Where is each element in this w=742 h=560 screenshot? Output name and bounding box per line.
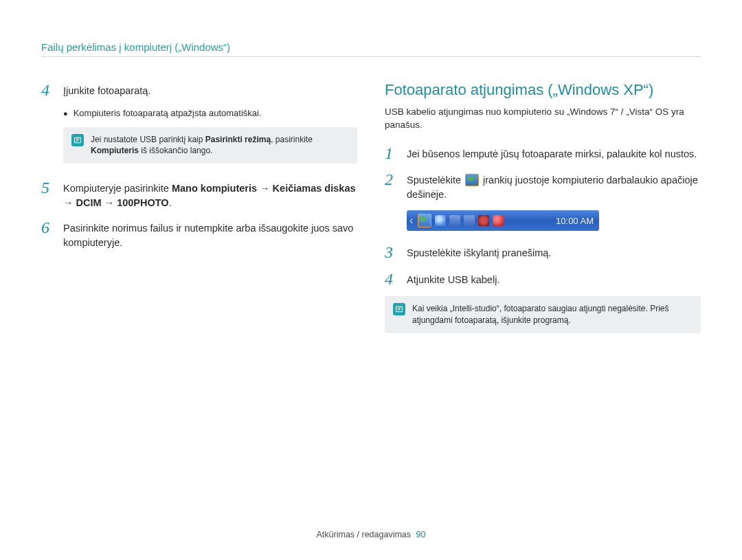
step-5-left: 5 Kompiuteryje pasirinkite Mano kompiute… xyxy=(41,179,357,210)
svg-rect-3 xyxy=(396,306,403,312)
step-3-right: 3 Spustelėkite iškylantį pranešimą. xyxy=(385,243,701,261)
note-icon xyxy=(393,303,405,315)
right-column: Fotoaparato atjungimas („Windows XP“) US… xyxy=(385,81,701,348)
step-text: Atjunkite USB kabelį. xyxy=(407,270,499,288)
note-box-left: Jei nustatote USB parinktį kaip Pasirink… xyxy=(63,127,357,164)
step-4-left: 4 Įjunkite fotoaparatą. xyxy=(41,81,357,99)
tray-network-icon xyxy=(449,215,460,226)
step-4-right: 4 Atjunkite USB kabelį. xyxy=(385,270,701,288)
tray-monitor-icon xyxy=(464,215,475,226)
step-text: Kompiuteryje pasirinkite Mano kompiuteri… xyxy=(63,179,357,210)
tray-shield-icon xyxy=(435,215,446,226)
tray-chevron-icon: ‹ xyxy=(409,214,413,227)
breadcrumb: Failų perkėlimas į kompiuterį („Windows“… xyxy=(41,41,701,53)
step-text: Jei būsenos lemputė jūsų fotoaparate mir… xyxy=(407,144,697,162)
breadcrumb-underline xyxy=(41,56,701,57)
note-text: Kai veikia „Intelli-studio“, fotoaparato… xyxy=(412,303,693,326)
section-title: Fotoaparato atjungimas („Windows XP“) xyxy=(385,81,701,99)
step-4-bullet: ● Kompiuteris fotoaparatą atpažįsta auto… xyxy=(63,107,357,120)
windows-taskbar: ‹ 10:00 AM xyxy=(407,210,599,231)
step-number: 2 xyxy=(385,170,400,202)
step-number: 5 xyxy=(41,179,56,210)
page-footer: Atkūrimas / redagavimas 90 xyxy=(0,530,742,539)
step-number: 1 xyxy=(385,144,400,162)
bullet-dot: ● xyxy=(63,107,68,120)
svg-rect-0 xyxy=(75,137,81,143)
step-text: Spustelėkite iškylantį pranešimą. xyxy=(407,243,551,261)
taskbar-clock: 10:00 AM xyxy=(556,216,594,226)
note-text: Jei nustatote USB parinktį kaip Pasirink… xyxy=(91,134,349,157)
left-column: 4 Įjunkite fotoaparatą. ● Kompiuteris fo… xyxy=(41,81,357,348)
step-1-right: 1 Jei būsenos lemputė jūsų fotoaparate m… xyxy=(385,144,701,162)
tray-safely-remove-icon xyxy=(418,214,431,227)
note-box-right: Kai veikia „Intelli-studio“, fotoaparato… xyxy=(385,296,701,333)
step-6-left: 6 Pasirinkite norimus failus ir nutempki… xyxy=(41,219,357,250)
page-number: 90 xyxy=(416,530,426,539)
step-text: Pasirinkite norimus failus ir nutempkite… xyxy=(63,219,357,250)
safely-remove-icon xyxy=(465,174,479,186)
intro-text: USB kabelio atjungimas nuo kompiuterio s… xyxy=(385,106,701,132)
note-icon xyxy=(71,134,84,146)
tray-volume-icon xyxy=(478,215,489,226)
step-text: Įjunkite fotoaparatą. xyxy=(63,81,150,99)
tray-misc-icon xyxy=(493,215,504,226)
step-number: 3 xyxy=(385,243,400,261)
footer-label: Atkūrimas / redagavimas xyxy=(317,530,412,539)
step-2-right: 2 Spustelėkite įrankių juostoje kompiute… xyxy=(385,170,701,202)
step-text: Spustelėkite įrankių juostoje kompiuteri… xyxy=(407,170,701,202)
step-number: 6 xyxy=(41,219,56,250)
step-number: 4 xyxy=(41,81,56,99)
step-number: 4 xyxy=(385,270,400,288)
bullet-text: Kompiuteris fotoaparatą atpažįsta automa… xyxy=(74,107,262,120)
